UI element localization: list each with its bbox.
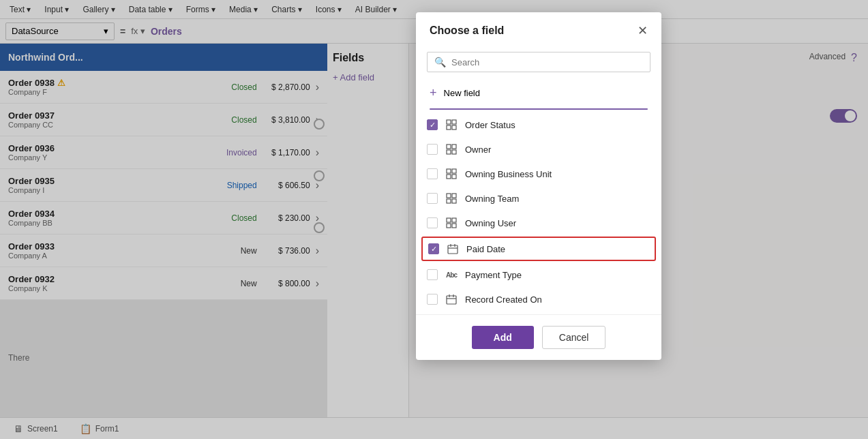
- field-name-owner: Owner: [465, 145, 491, 155]
- field-checkbox-paid-date[interactable]: [428, 243, 439, 254]
- field-icon-payment-type: Abc: [445, 268, 458, 282]
- field-item-owning-team[interactable]: Owning Team: [416, 186, 661, 211]
- svg-rect-15: [452, 199, 456, 203]
- svg-rect-20: [448, 245, 458, 254]
- modal-close-button[interactable]: ✕: [638, 23, 648, 38]
- field-name-owning-business-unit: Owning Business Unit: [465, 169, 552, 179]
- field-name-owning-user: Owning User: [465, 218, 516, 228]
- svg-rect-7: [452, 150, 456, 154]
- svg-rect-24: [447, 296, 456, 304]
- svg-rect-6: [447, 150, 451, 154]
- cancel-button[interactable]: Cancel: [542, 326, 606, 349]
- field-item-payment-type[interactable]: Abc Payment Type: [416, 262, 661, 287]
- svg-rect-4: [447, 145, 451, 149]
- svg-rect-9: [452, 169, 456, 173]
- choose-field-modal: Choose a field ✕ 🔍 + New field Order Sta…: [416, 12, 661, 360]
- divider: [430, 108, 648, 110]
- svg-rect-17: [452, 218, 456, 222]
- svg-rect-0: [447, 120, 451, 124]
- field-icon-owner: [445, 142, 458, 156]
- field-name-record-created-on: Record Created On: [465, 294, 542, 305]
- new-field-row[interactable]: + New field: [416, 80, 661, 106]
- field-icon-owning-team: [445, 192, 458, 205]
- field-icon-owning-user: [445, 216, 458, 230]
- field-checkbox-owning-team[interactable]: [427, 193, 438, 204]
- svg-rect-10: [447, 175, 451, 179]
- field-item-paid-date[interactable]: Paid Date: [421, 237, 656, 261]
- field-item-owner[interactable]: Owner: [416, 137, 661, 162]
- field-checkbox-owner[interactable]: [427, 144, 438, 155]
- field-icon-owning-business-unit: [445, 167, 458, 181]
- new-field-label: New field: [444, 88, 480, 98]
- svg-rect-19: [452, 224, 456, 228]
- modal-title: Choose a field: [430, 25, 504, 37]
- field-item-owning-business-unit[interactable]: Owning Business Unit: [416, 162, 661, 186]
- field-icon-paid-date: [446, 242, 460, 256]
- field-name-payment-type: Payment Type: [465, 270, 522, 280]
- field-item-owning-user[interactable]: Owning User: [416, 211, 661, 235]
- svg-rect-12: [447, 194, 451, 198]
- svg-rect-1: [452, 120, 456, 124]
- add-button[interactable]: Add: [472, 326, 534, 349]
- field-name-owning-team: Owning Team: [465, 194, 519, 204]
- svg-rect-8: [447, 169, 451, 173]
- svg-rect-18: [447, 224, 451, 228]
- field-icon-record-created-on: [445, 292, 458, 306]
- field-checkbox-owning-user[interactable]: [427, 217, 438, 228]
- modal-header: Choose a field ✕: [416, 12, 661, 46]
- field-item-order-status[interactable]: Order Status: [416, 112, 661, 137]
- field-checkbox-order-status[interactable]: [427, 119, 438, 130]
- field-list: Order Status Owner Owning Business Unit …: [416, 112, 661, 312]
- search-icon: 🔍: [434, 57, 446, 67]
- search-container: 🔍: [427, 52, 650, 72]
- field-checkbox-owning-business-unit[interactable]: [427, 168, 438, 179]
- modal-body: + New field Order Status Owner Owning Bu…: [416, 78, 661, 314]
- svg-rect-3: [452, 125, 456, 130]
- svg-rect-11: [452, 175, 456, 179]
- field-name-paid-date: Paid Date: [466, 244, 505, 254]
- plus-icon: +: [430, 86, 437, 100]
- field-checkbox-payment-type[interactable]: [427, 269, 438, 280]
- field-item-record-created-on[interactable]: Record Created On: [416, 287, 661, 312]
- svg-rect-14: [447, 199, 451, 203]
- svg-rect-2: [447, 125, 451, 130]
- search-input[interactable]: [451, 57, 643, 67]
- field-name-order-status: Order Status: [465, 120, 515, 130]
- svg-rect-5: [452, 145, 456, 149]
- field-checkbox-record-created-on[interactable]: [427, 294, 438, 305]
- svg-rect-16: [447, 218, 451, 222]
- modal-footer: Add Cancel: [416, 314, 661, 360]
- svg-rect-13: [452, 194, 456, 198]
- field-icon-order-status: [445, 118, 458, 132]
